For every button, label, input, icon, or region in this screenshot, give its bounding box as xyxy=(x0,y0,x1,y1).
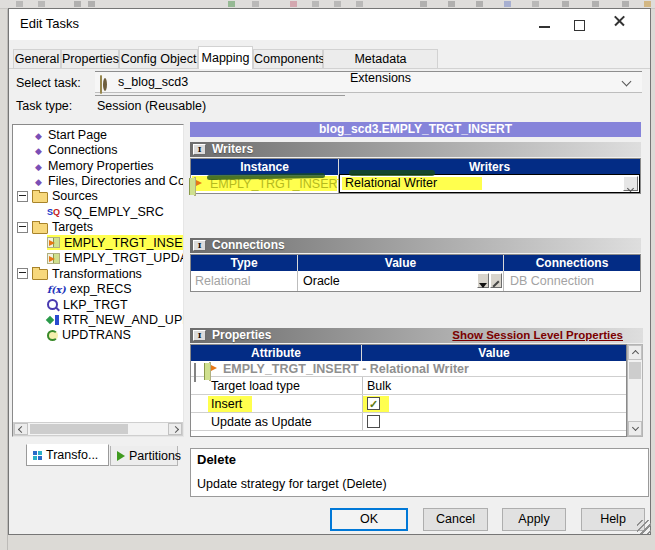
scroll-up-button[interactable] xyxy=(628,345,642,360)
connection-picker-button[interactable] xyxy=(477,273,489,288)
down-arrow-icon xyxy=(479,283,487,288)
navigation-diamond-icon xyxy=(33,174,44,188)
tree-item-updtrans[interactable]: UPDTRANS xyxy=(15,328,183,343)
scrollbar-thumb[interactable] xyxy=(629,362,641,379)
select-task-value: s_blog_scd3 xyxy=(118,75,188,89)
connection-type-cell: Relational xyxy=(191,271,298,291)
description-title: Delete xyxy=(197,452,236,467)
dialog-title: Edit Tasks xyxy=(20,16,79,31)
dropdown-button[interactable] xyxy=(623,176,638,191)
properties-group-row[interactable]: EMPLY_TRGT_INSERT - Relational Writer xyxy=(191,361,626,377)
collapse-expander-icon[interactable] xyxy=(17,222,28,233)
dialog-titlebar xyxy=(9,9,650,40)
screen: { "window": { "title": "Edit Tasks" }, "… xyxy=(0,0,655,550)
collapse-section-icon[interactable]: I xyxy=(193,144,206,155)
router-icon xyxy=(47,315,59,325)
column-header-attribute: Attribute xyxy=(191,345,362,361)
update-strategy-icon xyxy=(47,330,58,341)
writers-table: Instance Writers EMPLY_TRGT_INSERT Relat… xyxy=(190,158,641,194)
tree-item-sources[interactable]: Sources xyxy=(15,189,183,204)
tree-item-rtr-new-and-upd[interactable]: RTR_NEW_AND_UPD. xyxy=(15,312,183,327)
connection-value: Oracle xyxy=(303,274,340,288)
tree-item-sq-emply-src[interactable]: SQ_EMPLY_SRC xyxy=(15,204,183,219)
collapse-expander-icon[interactable] xyxy=(17,191,28,202)
tree-item-memory-properties[interactable]: Memory Properties xyxy=(15,158,183,173)
tree-item-emply-trgt-insert[interactable]: EMPLY_TRGT_INSERT xyxy=(15,235,183,250)
tab-metadata-extensions[interactable]: Metadata Extensions xyxy=(323,49,438,68)
tree-item-files-directories[interactable]: Files, Directories and Com xyxy=(15,173,183,188)
ok-button[interactable]: OK xyxy=(330,508,408,531)
pencil-icon xyxy=(492,280,499,287)
property-value[interactable]: Bulk xyxy=(367,379,391,393)
folder-icon xyxy=(32,223,48,234)
tree-item-emply-trgt-update[interactable]: EMPLY_TRGT_UPDATI xyxy=(15,251,183,266)
collapse-section-icon[interactable]: I xyxy=(193,330,206,341)
writer-type-dropdown[interactable]: Relational Writer xyxy=(339,174,640,193)
tree-horizontal-scrollbar[interactable] xyxy=(13,422,183,436)
tab-config-object[interactable]: Config Object xyxy=(119,49,198,68)
scroll-down-button[interactable] xyxy=(628,421,642,436)
tree-item-start-page[interactable]: Start Page xyxy=(15,127,183,142)
lookup-icon xyxy=(47,299,59,311)
tree-item-exp-recs[interactable]: exp_RECS xyxy=(15,281,183,296)
tab-components[interactable]: Components xyxy=(253,49,323,68)
close-button[interactable] xyxy=(613,14,626,27)
scroll-left-button[interactable] xyxy=(14,423,28,435)
property-row-target-load-type[interactable]: Target load type Bulk xyxy=(191,377,626,395)
tab-properties[interactable]: Properties xyxy=(61,49,119,68)
connection-value-cell[interactable]: Oracle xyxy=(298,271,504,291)
writers-section-label: Writers xyxy=(212,142,253,156)
writer-type-value: Relational Writer xyxy=(345,176,437,190)
scroll-right-button[interactable] xyxy=(168,423,182,435)
partitions-arrow-icon xyxy=(117,451,125,461)
navigation-diamond-icon xyxy=(33,159,44,173)
folder-icon xyxy=(32,192,48,203)
connections-section-label: Connections xyxy=(212,238,285,252)
maximize-button[interactable] xyxy=(574,20,585,31)
tree-item-lkp-trgt[interactable]: LKP_TRGT xyxy=(15,297,183,312)
property-row-insert[interactable]: Insert ✓ xyxy=(191,395,626,413)
tab-partitions-bottom[interactable]: Partitions xyxy=(110,446,178,466)
connections-table: Type Value Connections Relational Oracle… xyxy=(190,254,641,292)
marker-smudge xyxy=(349,170,435,176)
attribute-description-box: Delete Update strategy for target (Delet… xyxy=(190,448,649,497)
properties-section-bar: I Properties Show Session Level Properti… xyxy=(190,328,643,343)
properties-vertical-scrollbar[interactable] xyxy=(627,344,643,437)
collapse-section-icon[interactable]: I xyxy=(193,240,206,251)
properties-group-label: EMPLY_TRGT_INSERT - Relational Writer xyxy=(223,362,469,376)
column-header-type: Type xyxy=(191,255,298,271)
tree-item-connections[interactable]: Connections xyxy=(15,142,183,157)
column-header-prop-value: Value xyxy=(362,345,626,361)
cancel-button[interactable]: Cancel xyxy=(423,508,488,531)
panel-title-bar: blog_scd3.EMPLY_TRGT_INSERT xyxy=(190,122,641,137)
tab-general[interactable]: General xyxy=(13,49,61,68)
minimize-button[interactable] xyxy=(539,26,550,28)
task-type-value: Session (Reusable) xyxy=(97,99,206,113)
apply-button[interactable]: Apply xyxy=(502,508,566,531)
tree-item-targets[interactable]: Targets xyxy=(15,220,183,235)
property-row-update-as-update[interactable]: Update as Update xyxy=(191,413,626,431)
insert-checkbox[interactable]: ✓ xyxy=(367,397,380,410)
collapse-expander-icon[interactable] xyxy=(17,268,28,279)
expression-icon xyxy=(47,284,66,295)
source-qualifier-icon xyxy=(47,207,60,217)
column-header-connections: Connections xyxy=(504,255,640,271)
transformations-grid-icon xyxy=(33,451,37,455)
target-icon xyxy=(47,253,60,264)
tree-item-transformations[interactable]: Transformations xyxy=(15,266,183,281)
connection-edit-button[interactable] xyxy=(490,273,502,288)
help-button[interactable]: Help xyxy=(581,508,645,531)
show-session-level-properties-link[interactable]: Show Session Level Properties xyxy=(452,329,623,341)
connection-name-cell: DB Connection xyxy=(504,271,640,291)
tab-transformations-bottom[interactable]: Transfo... xyxy=(26,444,109,466)
scrollbar-thumb[interactable] xyxy=(30,424,128,434)
chevron-down-icon[interactable] xyxy=(622,77,632,87)
tab-mapping[interactable]: Mapping xyxy=(198,46,253,69)
properties-section-label: Properties xyxy=(212,328,271,342)
navigation-diamond-icon xyxy=(33,143,44,157)
resize-grip[interactable] xyxy=(637,520,651,534)
tab-strip-line xyxy=(9,68,650,69)
update-as-update-checkbox[interactable] xyxy=(367,415,380,428)
column-header-value: Value xyxy=(298,255,504,271)
connections-section-bar: I Connections xyxy=(190,238,641,253)
